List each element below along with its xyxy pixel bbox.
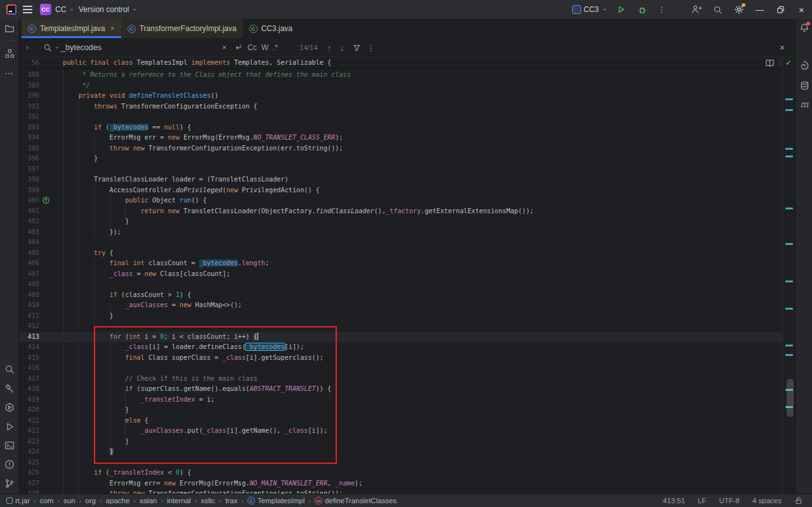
code-line[interactable]: 418 if (superClass.getName().equals(ABST… bbox=[19, 384, 782, 395]
search-input[interactable]: _bytecodes bbox=[61, 38, 102, 57]
search-everywhere-button[interactable] bbox=[707, 0, 728, 19]
code-line[interactable]: 396 } bbox=[19, 154, 782, 164]
match-case-toggle[interactable]: Cc bbox=[247, 38, 257, 57]
indent-setting[interactable]: 4 spaces bbox=[752, 497, 782, 504]
line-number[interactable]: 408 bbox=[19, 279, 39, 290]
editor-tab-templatesimpl-java[interactable]: CTemplatesImpl.java× bbox=[22, 19, 121, 38]
previous-occurrence-button[interactable]: ↑ bbox=[327, 38, 332, 57]
line-number[interactable]: 396 bbox=[19, 154, 39, 164]
search-match-stripe-mark[interactable] bbox=[785, 155, 793, 157]
problems-tool-button[interactable] bbox=[2, 457, 17, 472]
search-match-stripe-mark[interactable] bbox=[785, 354, 793, 356]
code-line[interactable]: 406 final int classCount = _bytecodes.le… bbox=[19, 258, 782, 269]
intellij-logo-icon[interactable] bbox=[6, 4, 16, 15]
overrides-gutter-icon[interactable] bbox=[42, 196, 50, 204]
breadcrumb-item[interactable]: mdefineTransletClasses bbox=[315, 497, 396, 504]
code-line[interactable]: 412 bbox=[19, 321, 782, 332]
code-line[interactable]: 420 } bbox=[19, 405, 782, 416]
close-tab-icon[interactable]: × bbox=[110, 24, 115, 33]
line-number[interactable]: 399 bbox=[19, 185, 39, 196]
editor-tab-cc3-java[interactable]: CCC3.java bbox=[243, 19, 299, 38]
run-button[interactable] bbox=[613, 0, 629, 19]
line-number[interactable]: 397 bbox=[19, 164, 39, 175]
code-line[interactable]: 425 bbox=[19, 458, 782, 468]
code-line[interactable]: 395 throw new TransformerConfigurationEx… bbox=[19, 143, 782, 154]
scrollbar-thumb[interactable] bbox=[787, 379, 794, 417]
next-occurrence-button[interactable]: ↓ bbox=[340, 38, 344, 57]
run-more-options[interactable]: ⋮ bbox=[655, 0, 668, 19]
restore-window-button[interactable] bbox=[770, 0, 791, 19]
search-match-stripe-mark[interactable] bbox=[785, 280, 793, 282]
line-number[interactable]: 392 bbox=[19, 112, 39, 122]
words-toggle[interactable]: W bbox=[261, 38, 268, 57]
code-line[interactable]: 393 if (_bytecodes == null) { bbox=[19, 122, 782, 133]
code-line[interactable]: 414 _class[i] = loader.defineClass(_byte… bbox=[19, 342, 782, 353]
breadcrumb-item[interactable]: CTemplatesImpl bbox=[247, 497, 304, 504]
search-match-stripe-mark[interactable] bbox=[785, 308, 793, 310]
code-line[interactable]: 405 try { bbox=[19, 248, 782, 259]
code-line[interactable]: 390 private void defineTransletClasses() bbox=[19, 91, 782, 102]
run-tool-button[interactable] bbox=[2, 419, 17, 434]
line-number[interactable]: 404 bbox=[19, 237, 39, 248]
maven-button[interactable]: m bbox=[797, 96, 812, 112]
clear-search-button[interactable]: × bbox=[222, 38, 226, 57]
code-line[interactable]: 409 if (classCount > 1) { bbox=[19, 290, 782, 301]
code-line[interactable]: 411 } bbox=[19, 311, 782, 322]
line-number[interactable]: 425 bbox=[19, 458, 39, 468]
code-line[interactable]: 416 bbox=[19, 363, 782, 374]
search-match-stripe-mark[interactable] bbox=[785, 345, 793, 346]
breadcrumb-item[interactable]: xalan bbox=[140, 497, 157, 504]
line-number[interactable]: 423 bbox=[19, 437, 39, 447]
line-number[interactable]: 409 bbox=[19, 290, 39, 301]
close-window-button[interactable]: × bbox=[791, 0, 812, 19]
main-menu-icon[interactable] bbox=[23, 6, 32, 13]
line-number[interactable]: 426 bbox=[19, 468, 39, 478]
code-line[interactable]: 408 bbox=[19, 279, 782, 290]
breadcrumb-item[interactable]: apache bbox=[106, 497, 130, 504]
code-editor[interactable]: 388 * Returns a reference to the Class o… bbox=[19, 57, 782, 494]
breadcrumb-item[interactable]: rt.jar bbox=[6, 497, 30, 504]
line-number[interactable]: 419 bbox=[19, 395, 39, 405]
code-line[interactable]: 401 return new TransletClassLoader(Objec… bbox=[19, 206, 782, 217]
breadcrumb-item[interactable]: org bbox=[85, 497, 96, 504]
unlocked-padlock-icon[interactable] bbox=[794, 496, 803, 505]
code-line[interactable]: 410 _auxClasses = new HashMap<>(); bbox=[19, 300, 782, 311]
code-line[interactable]: 402 } bbox=[19, 216, 782, 227]
services-tool-button[interactable] bbox=[2, 400, 17, 415]
sticky-header-line[interactable]: 56public final class TemplatesImpl imple… bbox=[19, 57, 782, 69]
structure-tool-button[interactable] bbox=[2, 46, 17, 61]
code-line[interactable]: 427 ErrorMsg err= new ErrorMsg(ErrorMsg.… bbox=[19, 478, 782, 489]
search-match-stripe-mark[interactable] bbox=[785, 109, 793, 111]
code-line[interactable]: 388 * Returns a reference to the Class o… bbox=[19, 70, 782, 81]
find-tool-button[interactable] bbox=[2, 362, 17, 377]
search-mode-selector[interactable] bbox=[43, 38, 60, 57]
line-number[interactable]: 417 bbox=[19, 374, 39, 385]
code-line[interactable]: 426 if (_transletIndex < 0) { bbox=[19, 468, 782, 478]
line-number[interactable]: 395 bbox=[19, 143, 39, 154]
line-number[interactable]: 405 bbox=[19, 248, 39, 259]
no-problems-check-icon[interactable]: ✓ bbox=[785, 58, 792, 67]
code-line[interactable]: 398 TransletClassLoader loader = (Transl… bbox=[19, 174, 782, 185]
search-match-stripe-mark[interactable] bbox=[785, 148, 793, 150]
code-line[interactable]: 419 _transletIndex = i; bbox=[19, 395, 782, 405]
line-number[interactable]: 420 bbox=[19, 405, 39, 416]
code-line[interactable]: 423 } bbox=[19, 437, 782, 447]
line-number[interactable]: 406 bbox=[19, 258, 39, 269]
code-line[interactable]: 407 _class = new Class[classCount]; bbox=[19, 269, 782, 280]
line-number[interactable]: 416 bbox=[19, 363, 39, 374]
line-separator[interactable]: LF bbox=[698, 497, 706, 504]
search-more-options[interactable]: ⋮ bbox=[367, 38, 375, 57]
version-control-tool-button[interactable] bbox=[2, 476, 17, 491]
line-number[interactable]: 407 bbox=[19, 269, 39, 280]
minimize-button[interactable]: — bbox=[749, 0, 770, 19]
line-number[interactable]: 388 bbox=[19, 70, 39, 81]
line-number[interactable]: 403 bbox=[19, 227, 39, 238]
line-number[interactable]: 401 bbox=[19, 206, 39, 217]
line-number[interactable]: 411 bbox=[19, 311, 39, 322]
code-line[interactable]: 399 AccessController.doPrivileged(new Pr… bbox=[19, 185, 782, 196]
code-line[interactable]: 56public final class TemplatesImpl imple… bbox=[19, 57, 331, 68]
line-number[interactable]: 422 bbox=[19, 426, 39, 437]
reader-mode-book-icon[interactable] bbox=[765, 58, 775, 68]
code-line[interactable]: 404 bbox=[19, 237, 782, 248]
line-number[interactable]: 398 bbox=[19, 174, 39, 185]
